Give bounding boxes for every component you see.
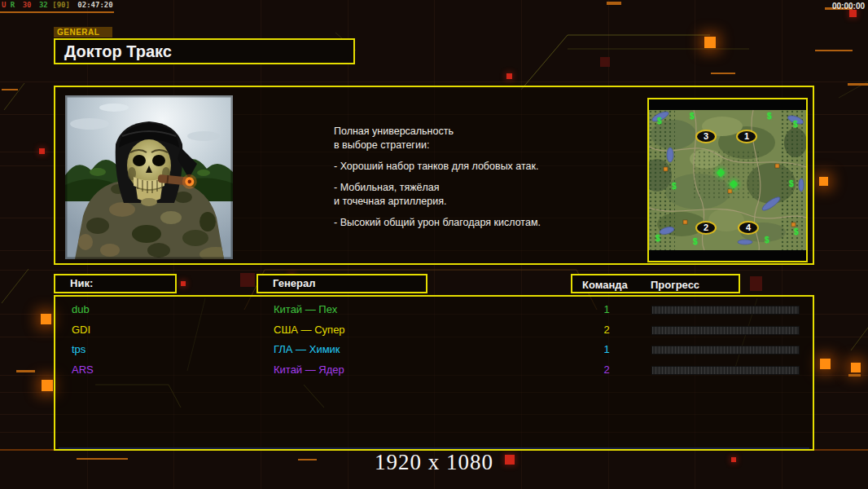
minimap-terrain <box>649 110 806 250</box>
decor-dash <box>2 89 18 90</box>
player-general: Китай — Пех <box>274 300 337 319</box>
player-row: tps ГЛА — Химик 1 <box>55 340 813 359</box>
general-description: Полная универсальность в выборе стратеги… <box>334 125 615 237</box>
minimap-letterbox-top <box>649 99 806 110</box>
player-team: 1 <box>597 300 616 319</box>
player-team: 1 <box>597 340 616 359</box>
table-bottom-accent <box>59 447 809 449</box>
resolution-label: 1920 x 1080 <box>0 450 868 475</box>
decor-dash <box>711 73 735 74</box>
decor-dash <box>848 83 868 86</box>
column-header-general: Генерал <box>256 274 427 293</box>
supply-dock-icon: $ <box>690 112 695 121</box>
decor-square <box>849 10 857 17</box>
progress-bar <box>651 366 800 375</box>
decor-dash <box>0 11 114 13</box>
debug-token: 30 <box>23 1 32 9</box>
decor-square <box>819 177 828 186</box>
column-header-nick: Ник: <box>54 274 177 293</box>
description-paragraph: - Мобильная, тяжёлая и точечная артиллер… <box>334 181 615 209</box>
column-header-team: Команда <box>582 277 628 293</box>
decor-dash <box>607 2 621 5</box>
minimap: 3 1 2 4 $$$$$$$$$$ <box>647 98 808 262</box>
decor-square <box>820 359 831 369</box>
player-team: 2 <box>597 320 616 340</box>
player-general: Китай — Ядер <box>274 360 344 380</box>
debug-stats: U R 30 32 [90] 02:47:20 <box>2 1 116 9</box>
general-name-box: Доктор Тракс <box>54 38 355 64</box>
supply-dock-icon: $ <box>672 183 677 191</box>
decor-square <box>851 363 861 372</box>
player-row: dub Китай — Пех 1 <box>55 300 813 319</box>
general-name: Доктор Тракс <box>55 40 353 63</box>
decor-dash <box>815 50 853 51</box>
supply-dock-icon: $ <box>767 112 772 121</box>
players-table: dub Китай — Пех 1 GDI США — Супер 2 tps … <box>54 295 814 451</box>
decor-dash <box>848 374 861 377</box>
decor-square <box>506 73 512 79</box>
progress-bar <box>651 326 800 335</box>
debug-token: 02:47:20 <box>77 1 112 9</box>
player-nick: tps <box>72 340 85 359</box>
general-portrait <box>65 95 233 259</box>
supply-dock-icon: $ <box>793 121 798 129</box>
player-nick: GDI <box>72 320 90 340</box>
decor-square <box>41 314 51 324</box>
decor-square <box>704 37 716 48</box>
decor-dash <box>16 370 35 372</box>
decor-square <box>240 273 255 287</box>
loading-screen: U R 30 32 [90] 02:47:20 00:00:00 GENERAL… <box>0 0 868 489</box>
player-general: ГЛА — Химик <box>274 340 340 359</box>
player-general: США — Супер <box>274 320 345 340</box>
start-position-marker: 3 <box>695 130 717 143</box>
start-position-marker: 4 <box>738 221 759 235</box>
decor-square <box>39 148 45 154</box>
general-tab-label: GENERAL <box>54 27 112 37</box>
match-timer: 00:00:00 <box>832 2 865 11</box>
supply-dock-icon: $ <box>765 236 769 244</box>
supply-dock-icon: $ <box>794 228 799 236</box>
progress-bar <box>651 346 800 355</box>
description-paragraph: Полная универсальность в выборе стратеги… <box>334 125 615 152</box>
description-paragraph: - Высокий общий урон благодаря кислотам. <box>334 216 615 230</box>
debug-token: U <box>2 1 6 9</box>
supply-dock-icon: $ <box>655 235 660 243</box>
debug-token: [90] <box>52 1 70 9</box>
player-row: ARS Китай — Ядер 2 <box>55 360 813 380</box>
player-row: GDI США — Супер 2 <box>55 320 813 340</box>
description-paragraph: - Хороший набор танков для лобовых атак. <box>334 160 615 174</box>
supply-dock-icon: $ <box>657 117 662 126</box>
player-team: 2 <box>597 360 616 380</box>
decor-square <box>600 57 610 67</box>
decor-square <box>750 276 762 291</box>
minimap-letterbox-bottom <box>649 250 806 261</box>
column-header-progress: Прогресс <box>651 277 699 293</box>
supply-dock-icon: $ <box>789 180 794 188</box>
decor-square <box>42 380 53 391</box>
debug-token: R <box>11 1 15 9</box>
start-position-marker: 1 <box>736 130 757 143</box>
start-position-marker: 2 <box>695 221 717 235</box>
player-nick: dub <box>72 300 90 319</box>
player-nick: ARS <box>72 360 94 380</box>
progress-bar <box>651 306 800 315</box>
supply-dock-icon: $ <box>693 238 698 246</box>
decor-square <box>181 281 186 286</box>
debug-token: 32 <box>39 1 48 9</box>
column-header-team-progress: Команда Прогресс <box>571 274 740 293</box>
general-info-panel: Полная универсальность в выборе стратеги… <box>54 86 814 265</box>
